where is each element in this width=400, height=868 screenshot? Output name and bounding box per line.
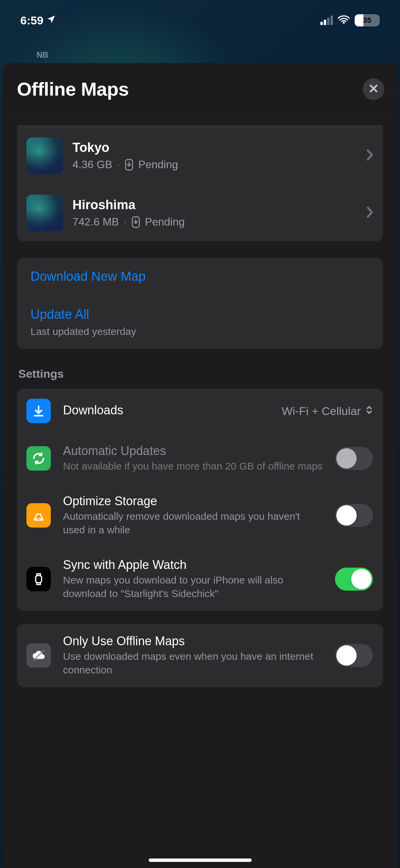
cellular-signal-icon (320, 16, 333, 25)
map-name: Hiroshima (72, 198, 357, 212)
downloaded-maps-list: Tokyo 4.36 GB · Pending (17, 125, 383, 241)
setting-subtitle: Use downloaded maps even when you have a… (63, 650, 323, 677)
separator: · (124, 216, 127, 228)
map-thumbnail (26, 195, 63, 231)
map-status: Pending (145, 216, 185, 228)
settings-card: Downloads Wi-Fi + Cellular A (17, 389, 383, 611)
map-actions-card: Download New Map Update All Last updated… (17, 258, 383, 349)
setting-title: Downloads (63, 403, 270, 417)
setting-title: Only Use Offline Maps (63, 634, 323, 648)
map-subtitle: 4.36 GB · Pending (72, 158, 357, 171)
downloads-setting-row[interactable]: Downloads Wi-Fi + Cellular (17, 389, 383, 433)
map-item-text: Hiroshima 742.6 MB · Pending (72, 198, 357, 228)
status-left: 6:59 (20, 14, 56, 27)
map-region-label: NB (37, 50, 48, 60)
download-new-map-button[interactable]: Download New Map (17, 258, 383, 295)
page-title: Offline Maps (17, 78, 129, 100)
chevron-right-icon (366, 149, 374, 162)
battery-indicator: 35 (355, 14, 380, 26)
setting-title: Optimize Storage (63, 494, 323, 508)
setting-title: Automatic Updates (63, 444, 323, 458)
sync-apple-watch-toggle[interactable] (335, 568, 373, 591)
only-offline-row[interactable]: Only Use Offline Maps Use downloaded map… (17, 624, 383, 687)
setting-subtitle: Automatically remove downloaded maps you… (63, 510, 323, 537)
map-thumbnail (26, 137, 63, 174)
map-item-text: Tokyo 4.36 GB · Pending (72, 140, 357, 171)
chevron-right-icon (366, 206, 374, 220)
only-offline-toggle[interactable] (335, 644, 373, 667)
sync-apple-watch-row[interactable]: Sync with Apple Watch New maps you downl… (17, 547, 383, 611)
map-subtitle: 742.6 MB · Pending (72, 216, 357, 228)
svg-rect-2 (37, 519, 41, 520)
map-size: 4.36 GB (72, 158, 112, 171)
settings-section-header: Settings (18, 367, 383, 380)
optimize-storage-toggle[interactable] (335, 504, 373, 527)
optimize-storage-icon (26, 503, 51, 528)
clock-time: 6:59 (20, 14, 43, 27)
sheet-header: Offline Maps (2, 63, 398, 115)
battery-percent: 35 (363, 16, 371, 24)
wifi-icon (338, 15, 350, 26)
downloads-icon (26, 399, 51, 423)
offline-maps-sheet: Offline Maps Tokyo 4.36 GB · (2, 63, 398, 868)
setting-title: Sync with Apple Watch (63, 558, 323, 572)
status-right: 35 (320, 14, 380, 26)
action-label: Update All (30, 307, 136, 322)
pending-download-icon (125, 159, 133, 171)
offline-only-card: Only Use Offline Maps Use downloaded map… (17, 624, 383, 687)
location-arrow-icon (46, 14, 56, 27)
setting-subtitle: Not available if you have more than 20 G… (63, 459, 323, 473)
chevron-up-down-icon (365, 405, 373, 418)
update-all-button[interactable]: Update All Last updated yesterday (17, 295, 383, 349)
close-button[interactable] (363, 78, 384, 100)
map-size: 742.6 MB (72, 216, 119, 228)
map-name: Tokyo (72, 140, 357, 155)
auto-updates-icon (26, 446, 51, 471)
separator: · (117, 158, 120, 171)
automatic-updates-row: Automatic Updates Not available if you h… (17, 433, 383, 484)
map-item-tokyo[interactable]: Tokyo 4.36 GB · Pending (17, 127, 383, 184)
action-label: Download New Map (30, 269, 146, 284)
svg-rect-3 (36, 576, 42, 583)
map-item-hiroshima[interactable]: Hiroshima 742.6 MB · Pending (17, 184, 383, 241)
status-bar: 6:59 35 (0, 0, 400, 41)
setting-value: Wi-Fi + Cellular (282, 405, 361, 418)
downloads-value-picker[interactable]: Wi-Fi + Cellular (282, 405, 373, 418)
cloud-off-icon (26, 643, 51, 668)
pending-download-icon (131, 216, 140, 228)
close-icon (369, 83, 379, 95)
map-status: Pending (138, 158, 178, 171)
action-subtitle: Last updated yesterday (30, 326, 136, 337)
apple-watch-icon (26, 567, 51, 591)
home-indicator[interactable] (149, 859, 252, 862)
optimize-storage-row[interactable]: Optimize Storage Automatically remove do… (17, 484, 383, 547)
setting-subtitle: New maps you download to your iPhone wil… (63, 573, 323, 601)
automatic-updates-toggle (335, 447, 373, 470)
